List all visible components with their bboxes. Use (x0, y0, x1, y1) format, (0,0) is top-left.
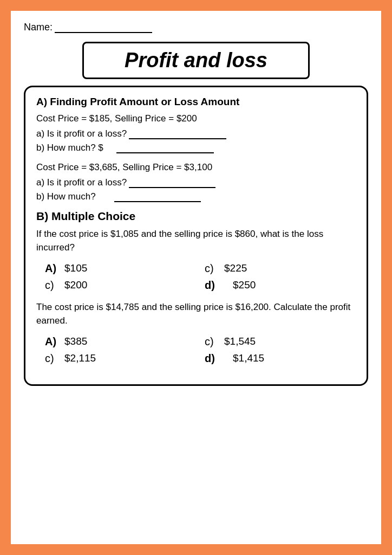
mc-q1-option-d: d) $250 (196, 279, 356, 292)
mc-q2-option-c1: c) $1,545 (196, 335, 356, 348)
mc-q2-a-label: A) (45, 335, 58, 348)
problem-2: Cost Price = $3,685, Selling Price = $3,… (36, 161, 356, 202)
mc-q2-c2-label: c) (45, 352, 58, 365)
mc-q2-d-value: $1,415 (233, 352, 264, 364)
mc-q2-option-c2: c) $2,115 (36, 352, 196, 365)
mc-q1-option-c1: c) $225 (196, 262, 356, 275)
mc-q1-options: A) $105 c) $225 c) $200 d) $250 (36, 262, 356, 292)
problem-2-qb-line (114, 200, 201, 202)
mc-q2-c2-value: $2,115 (64, 352, 96, 364)
problem-2-qa-line (129, 186, 215, 188)
mc-question-1: If the cost price is $1,085 and the sell… (36, 227, 356, 292)
section-b: B) Multiple Choice If the cost price is … (36, 210, 356, 365)
title-box: Profit and loss (82, 42, 310, 79)
mc-q1-d-label: d) (205, 279, 218, 292)
problem-2-given: Cost Price = $3,685, Selling Price = $3,… (36, 161, 356, 174)
mc-q1-option-c2: c) $200 (36, 279, 196, 292)
mc-q1-c2-value: $200 (64, 279, 87, 291)
page-title: Profit and loss (125, 49, 267, 72)
mc-q1-c1-value: $225 (224, 262, 247, 274)
problem-1-qb: b) How much? $ (36, 143, 356, 153)
mc-q2-option-d: d) $1,415 (196, 352, 356, 365)
mc-q2-options: A) $385 c) $1,545 c) $2,115 d) $1,415 (36, 335, 356, 365)
section-a: A) Finding Profit Amount or Loss Amount … (36, 96, 356, 153)
problem-1: Cost Price = $185, Selling Price = $200 … (36, 112, 356, 153)
section-b-heading: B) Multiple Choice (36, 210, 356, 223)
name-underline (55, 31, 152, 33)
mc-q2-a-value: $385 (64, 335, 87, 347)
problem-1-given: Cost Price = $185, Selling Price = $200 (36, 112, 356, 125)
problem-1-qa: a) Is it profit or a loss? (36, 128, 356, 139)
mc-q2-c1-label: c) (205, 335, 218, 348)
content-box: A) Finding Profit Amount or Loss Amount … (24, 86, 368, 386)
mc-q2-d-label: d) (205, 352, 218, 365)
mc-q1-option-a: A) $105 (36, 262, 196, 275)
mc-q2-text: The cost price is $14,785 and the sellin… (36, 300, 356, 328)
mc-q2-c1-value: $1,545 (224, 335, 256, 347)
mc-q1-a-value: $105 (64, 262, 87, 274)
mc-q1-d-value: $250 (233, 279, 256, 291)
mc-q1-a-label: A) (45, 262, 58, 275)
problem-1-qb-line (116, 151, 214, 153)
section-a-heading: A) Finding Profit Amount or Loss Amount (36, 96, 356, 108)
mc-question-2: The cost price is $14,785 and the sellin… (36, 300, 356, 365)
mc-q1-c1-label: c) (205, 262, 218, 275)
name-field: Name: (24, 22, 368, 33)
problem-1-qa-line (129, 137, 226, 139)
mc-q1-text: If the cost price is $1,085 and the sell… (36, 227, 356, 255)
problem-2-qa: a) Is it profit or a loss? (36, 177, 356, 188)
problem-2-qb: b) How much? (36, 191, 356, 202)
mc-q2-option-a: A) $385 (36, 335, 196, 348)
page: Name: Profit and loss A) Finding Profit … (11, 11, 381, 544)
name-label: Name: (24, 22, 53, 33)
mc-q1-c2-label: c) (45, 279, 58, 292)
